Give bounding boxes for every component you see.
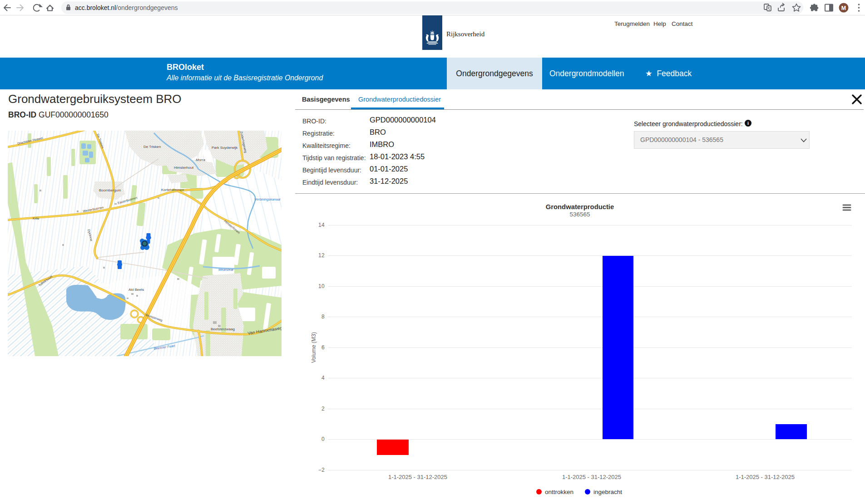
svg-text:Ald Beets: Ald Beets — [129, 288, 144, 292]
svg-text:Mearsleat: Mearsleat — [218, 268, 234, 272]
svg-text:Kortehemmen: Kortehemmen — [161, 188, 184, 192]
svg-text:De Trisken: De Trisken — [143, 145, 161, 149]
svg-text:Boornbergum: Boornbergum — [99, 188, 121, 192]
svg-text:Himsterhout: Himsterhout — [174, 166, 194, 170]
svg-text:Park Suyderwijk: Park Suyderwijk — [212, 146, 238, 150]
svg-text:Verbiningskanaal: Verbiningskanaal — [254, 197, 281, 201]
svg-text:Beetsterzwaag: Beetsterzwaag — [211, 327, 235, 331]
svg-text:Krite: Krite — [33, 217, 40, 220]
svg-text:Morra: Morra — [196, 158, 205, 162]
svg-text:M: M — [841, 5, 846, 11]
